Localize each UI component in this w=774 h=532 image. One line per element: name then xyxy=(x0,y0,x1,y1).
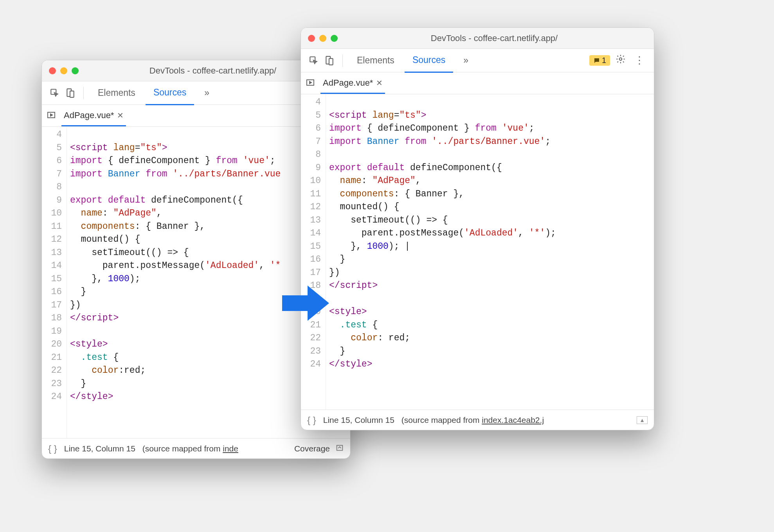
drawer-toggle-icon[interactable]: ▲ xyxy=(637,416,648,424)
tab-sources[interactable]: Sources xyxy=(146,81,194,105)
device-icon[interactable] xyxy=(64,86,77,100)
file-tab-adpage[interactable]: AdPage.vue* ✕ xyxy=(320,72,385,94)
divider xyxy=(83,87,84,99)
maximize-dot[interactable] xyxy=(72,67,79,74)
close-icon[interactable]: ✕ xyxy=(117,111,124,120)
coverage-label[interactable]: Coverage xyxy=(294,444,330,453)
traffic-lights xyxy=(49,67,79,74)
cursor-position: Line 15, Column 15 xyxy=(64,444,135,453)
status-bar: { } Line 15, Column 15 (source mapped fr… xyxy=(301,410,654,430)
traffic-lights xyxy=(308,35,338,42)
line-gutter: 4 5 6 7 8 9 10 11 12 13 14 15 16 17 18 1… xyxy=(42,127,67,438)
inspect-icon[interactable] xyxy=(307,54,320,67)
main-toolbar: Elements Sources » 1 ⋮ xyxy=(301,49,654,72)
drawer-toggle-icon[interactable] xyxy=(335,443,344,454)
tab-more[interactable]: » xyxy=(455,49,476,72)
file-tab-label: AdPage.vue* xyxy=(323,78,373,88)
status-bar: { } Line 15, Column 15 (source mapped fr… xyxy=(42,438,350,458)
inspect-icon[interactable] xyxy=(48,86,61,100)
pretty-print-icon[interactable]: { } xyxy=(48,443,57,454)
file-tab-label: AdPage.vue* xyxy=(64,110,114,120)
source-map-label: (source mapped from inde xyxy=(142,444,238,453)
minimize-dot[interactable] xyxy=(319,35,326,42)
svg-rect-0 xyxy=(51,89,56,94)
settings-icon[interactable] xyxy=(612,54,629,67)
window-title: DevTools - coffee-cart.netlify.app/ xyxy=(342,33,647,43)
file-tabs: AdPage.vue* ✕ xyxy=(301,72,654,94)
svg-rect-2 xyxy=(70,91,74,97)
svg-rect-7 xyxy=(329,58,333,65)
svg-rect-4 xyxy=(337,446,343,451)
divider xyxy=(342,54,343,67)
navigator-icon[interactable] xyxy=(47,110,56,121)
devtools-window-after: DevTools - coffee-cart.netlify.app/ Elem… xyxy=(301,27,654,430)
source-map-label: (source mapped from index.1ac4eab2.j xyxy=(401,415,544,425)
navigator-icon[interactable] xyxy=(306,78,315,89)
maximize-dot[interactable] xyxy=(331,35,338,42)
minimize-dot[interactable] xyxy=(60,67,67,74)
file-tab-adpage[interactable]: AdPage.vue* ✕ xyxy=(61,105,126,126)
tab-sources[interactable]: Sources xyxy=(405,49,453,73)
close-dot[interactable] xyxy=(49,67,56,74)
svg-rect-5 xyxy=(310,57,315,62)
tab-elements[interactable]: Elements xyxy=(90,81,143,104)
more-icon[interactable]: ⋮ xyxy=(631,54,648,66)
code-editor[interactable]: 4 5 6 7 8 9 10 11 12 13 14 15 16 17 18 1… xyxy=(301,94,654,410)
code-content[interactable]: <script lang="ts"> import { defineCompon… xyxy=(326,94,654,410)
close-icon[interactable]: ✕ xyxy=(376,78,383,88)
cursor-position: Line 15, Column 15 xyxy=(323,415,394,425)
warnings-badge[interactable]: 1 xyxy=(589,55,610,66)
svg-point-8 xyxy=(619,58,622,61)
line-gutter: 4 5 6 7 8 9 10 11 12 13 14 15 16 17 18 1… xyxy=(301,94,326,410)
pretty-print-icon[interactable]: { } xyxy=(307,415,316,426)
titlebar: DevTools - coffee-cart.netlify.app/ xyxy=(301,28,654,49)
close-dot[interactable] xyxy=(308,35,315,42)
tab-more[interactable]: » xyxy=(196,81,217,104)
device-icon[interactable] xyxy=(323,54,336,67)
arrow-icon xyxy=(280,282,331,325)
tab-elements[interactable]: Elements xyxy=(349,49,402,72)
